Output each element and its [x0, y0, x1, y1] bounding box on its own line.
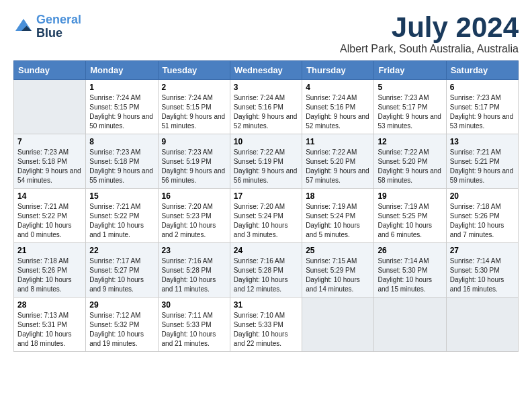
day-info: Sunrise: 7:23 AMSunset: 5:18 PMDaylight:…	[89, 148, 154, 185]
weekday-header: Monday	[86, 61, 158, 80]
day-number: 13	[450, 137, 515, 146]
calendar-cell	[446, 298, 518, 352]
day-info: Sunrise: 7:23 AMSunset: 5:18 PMDaylight:…	[17, 148, 82, 185]
weekday-header: Tuesday	[158, 61, 230, 80]
calendar-week-row: 7Sunrise: 7:23 AMSunset: 5:18 PMDaylight…	[14, 134, 519, 189]
day-number: 11	[306, 137, 370, 146]
weekday-header: Saturday	[446, 61, 518, 80]
day-info: Sunrise: 7:17 AMSunset: 5:27 PMDaylight:…	[89, 257, 154, 294]
calendar-week-row: 1Sunrise: 7:24 AMSunset: 5:15 PMDaylight…	[14, 80, 519, 134]
calendar-cell: 15Sunrise: 7:21 AMSunset: 5:22 PMDayligh…	[86, 189, 158, 243]
calendar-cell: 14Sunrise: 7:21 AMSunset: 5:22 PMDayligh…	[14, 189, 86, 243]
day-number: 22	[89, 246, 154, 255]
day-info: Sunrise: 7:24 AMSunset: 5:16 PMDaylight:…	[306, 93, 370, 131]
day-info: Sunrise: 7:20 AMSunset: 5:24 PMDaylight:…	[234, 202, 298, 240]
calendar-cell: 3Sunrise: 7:24 AMSunset: 5:16 PMDaylight…	[230, 80, 302, 134]
day-info: Sunrise: 7:10 AMSunset: 5:33 PMDaylight:…	[234, 311, 298, 349]
day-number: 21	[17, 246, 82, 255]
day-info: Sunrise: 7:23 AMSunset: 5:17 PMDaylight:…	[378, 93, 442, 131]
month-year: July 2024	[340, 13, 519, 42]
day-number: 5	[378, 83, 442, 92]
calendar-cell: 2Sunrise: 7:24 AMSunset: 5:15 PMDaylight…	[158, 80, 230, 134]
day-number: 29	[89, 300, 154, 310]
day-number: 23	[162, 246, 226, 255]
logo-text: General Blue	[36, 13, 81, 40]
calendar-cell: 6Sunrise: 7:23 AMSunset: 5:17 PMDaylight…	[446, 80, 518, 134]
day-info: Sunrise: 7:18 AMSunset: 5:26 PMDaylight:…	[17, 257, 82, 294]
calendar-cell: 29Sunrise: 7:12 AMSunset: 5:32 PMDayligh…	[86, 298, 158, 352]
logo: General Blue	[13, 13, 81, 40]
calendar-cell: 31Sunrise: 7:10 AMSunset: 5:33 PMDayligh…	[230, 298, 302, 352]
day-number: 24	[234, 246, 298, 255]
calendar-cell: 25Sunrise: 7:15 AMSunset: 5:29 PMDayligh…	[302, 243, 374, 298]
day-info: Sunrise: 7:19 AMSunset: 5:24 PMDaylight:…	[306, 202, 370, 240]
calendar-cell	[374, 298, 446, 352]
day-info: Sunrise: 7:23 AMSunset: 5:19 PMDaylight:…	[162, 148, 226, 185]
calendar-cell: 12Sunrise: 7:22 AMSunset: 5:20 PMDayligh…	[374, 134, 446, 189]
calendar-cell: 16Sunrise: 7:20 AMSunset: 5:23 PMDayligh…	[158, 189, 230, 243]
calendar-week-row: 14Sunrise: 7:21 AMSunset: 5:22 PMDayligh…	[14, 189, 519, 243]
weekday-header: Sunday	[14, 61, 86, 80]
day-info: Sunrise: 7:16 AMSunset: 5:28 PMDaylight:…	[234, 257, 298, 294]
calendar-cell	[14, 80, 86, 134]
day-number: 8	[89, 137, 154, 146]
calendar-cell: 8Sunrise: 7:23 AMSunset: 5:18 PMDaylight…	[86, 134, 158, 189]
day-number: 6	[450, 83, 515, 92]
calendar-cell: 26Sunrise: 7:14 AMSunset: 5:30 PMDayligh…	[374, 243, 446, 298]
calendar-cell: 9Sunrise: 7:23 AMSunset: 5:19 PMDaylight…	[158, 134, 230, 189]
weekday-header-row: SundayMondayTuesdayWednesdayThursdayFrid…	[14, 61, 519, 80]
calendar-cell: 24Sunrise: 7:16 AMSunset: 5:28 PMDayligh…	[230, 243, 302, 298]
day-number: 2	[162, 83, 226, 92]
weekday-header: Wednesday	[230, 61, 302, 80]
day-number: 18	[306, 191, 370, 201]
day-number: 10	[234, 137, 298, 146]
calendar-cell: 4Sunrise: 7:24 AMSunset: 5:16 PMDaylight…	[302, 80, 374, 134]
day-info: Sunrise: 7:16 AMSunset: 5:28 PMDaylight:…	[162, 257, 226, 294]
day-number: 3	[234, 83, 298, 92]
day-number: 12	[378, 137, 442, 146]
day-info: Sunrise: 7:12 AMSunset: 5:32 PMDaylight:…	[89, 311, 154, 349]
day-number: 28	[17, 300, 82, 310]
day-number: 27	[450, 246, 515, 255]
location: Albert Park, South Australia, Australia	[340, 43, 519, 55]
day-number: 30	[162, 300, 226, 310]
day-info: Sunrise: 7:21 AMSunset: 5:21 PMDaylight:…	[450, 148, 515, 185]
calendar-cell: 13Sunrise: 7:21 AMSunset: 5:21 PMDayligh…	[446, 134, 518, 189]
day-number: 25	[306, 246, 370, 255]
day-info: Sunrise: 7:24 AMSunset: 5:16 PMDaylight:…	[234, 93, 298, 131]
weekday-header: Friday	[374, 61, 446, 80]
day-number: 26	[378, 246, 442, 255]
day-number: 15	[89, 191, 154, 201]
day-info: Sunrise: 7:21 AMSunset: 5:22 PMDaylight:…	[89, 202, 154, 240]
day-number: 1	[89, 83, 154, 92]
calendar-cell: 21Sunrise: 7:18 AMSunset: 5:26 PMDayligh…	[14, 243, 86, 298]
day-number: 9	[162, 137, 226, 146]
calendar-cell: 20Sunrise: 7:18 AMSunset: 5:26 PMDayligh…	[446, 189, 518, 243]
calendar-cell: 17Sunrise: 7:20 AMSunset: 5:24 PMDayligh…	[230, 189, 302, 243]
day-info: Sunrise: 7:15 AMSunset: 5:29 PMDaylight:…	[306, 257, 370, 294]
calendar-cell: 5Sunrise: 7:23 AMSunset: 5:17 PMDaylight…	[374, 80, 446, 134]
calendar-cell: 30Sunrise: 7:11 AMSunset: 5:33 PMDayligh…	[158, 298, 230, 352]
calendar-cell: 28Sunrise: 7:13 AMSunset: 5:31 PMDayligh…	[14, 298, 86, 352]
title-block: July 2024 Albert Park, South Australia, …	[340, 13, 519, 55]
day-info: Sunrise: 7:19 AMSunset: 5:25 PMDaylight:…	[378, 202, 442, 240]
day-number: 31	[234, 300, 298, 310]
calendar-cell: 27Sunrise: 7:14 AMSunset: 5:30 PMDayligh…	[446, 243, 518, 298]
day-info: Sunrise: 7:11 AMSunset: 5:33 PMDaylight:…	[162, 311, 226, 349]
calendar-cell: 18Sunrise: 7:19 AMSunset: 5:24 PMDayligh…	[302, 189, 374, 243]
calendar-cell: 11Sunrise: 7:22 AMSunset: 5:20 PMDayligh…	[302, 134, 374, 189]
day-number: 20	[450, 191, 515, 201]
day-info: Sunrise: 7:23 AMSunset: 5:17 PMDaylight:…	[450, 93, 515, 131]
day-info: Sunrise: 7:14 AMSunset: 5:30 PMDaylight:…	[450, 257, 515, 294]
day-number: 16	[162, 191, 226, 201]
day-info: Sunrise: 7:24 AMSunset: 5:15 PMDaylight:…	[162, 93, 226, 131]
day-number: 19	[378, 191, 442, 201]
day-number: 7	[17, 137, 82, 146]
calendar-cell: 10Sunrise: 7:22 AMSunset: 5:19 PMDayligh…	[230, 134, 302, 189]
day-number: 14	[17, 191, 82, 201]
day-number: 17	[234, 191, 298, 201]
day-info: Sunrise: 7:22 AMSunset: 5:20 PMDaylight:…	[378, 148, 442, 185]
calendar-week-row: 21Sunrise: 7:18 AMSunset: 5:26 PMDayligh…	[14, 243, 519, 298]
calendar-table: SundayMondayTuesdayWednesdayThursdayFrid…	[13, 60, 519, 352]
day-info: Sunrise: 7:21 AMSunset: 5:22 PMDaylight:…	[17, 202, 82, 240]
